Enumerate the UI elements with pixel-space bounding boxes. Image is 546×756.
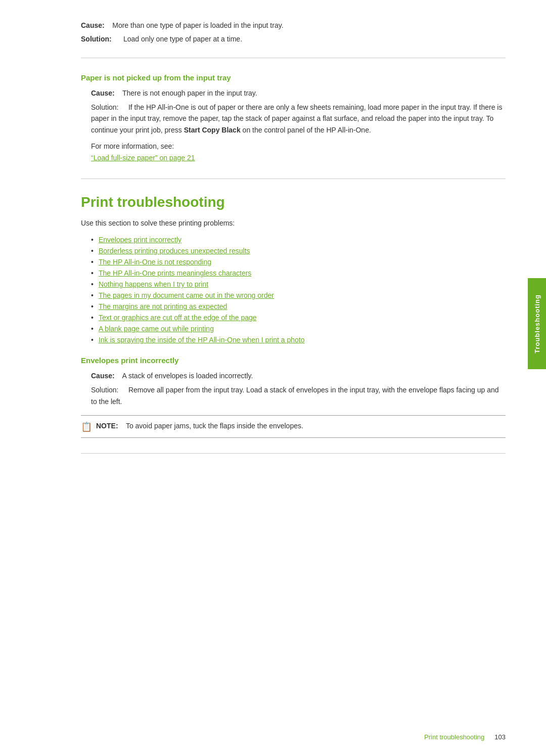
list-item: Borderless printing produces unexpected … bbox=[91, 247, 506, 255]
bullet-link-5[interactable]: The pages in my document came out in the… bbox=[99, 291, 274, 299]
sidebar-tab: Troubleshooting bbox=[528, 278, 546, 369]
footer-page-num: 103 bbox=[494, 733, 506, 741]
note-icon: 📋 bbox=[81, 421, 92, 432]
envelopes-solution-label: Solution: bbox=[91, 386, 118, 394]
list-item: The margins are not printing as expected bbox=[91, 302, 506, 310]
paper-solution-label: Solution: bbox=[91, 103, 118, 111]
envelopes-cause-label: Cause: bbox=[91, 372, 115, 380]
note-box: 📋 NOTE: To avoid paper jams, tuck the fl… bbox=[81, 415, 506, 438]
bullet-link-0[interactable]: Envelopes print incorrectly bbox=[99, 236, 181, 244]
envelopes-solution-text: Remove all paper from the input tray. Lo… bbox=[91, 386, 499, 405]
solution1-text: Load only one type of paper at a time. bbox=[123, 35, 242, 43]
content-area: Cause: More than one type of paper is lo… bbox=[81, 0, 506, 454]
envelopes-section: Envelopes print incorrectly Cause: A sta… bbox=[81, 356, 506, 454]
bullet-link-6[interactable]: The margins are not printing as expected bbox=[99, 302, 227, 310]
solution1-line: Solution: Load only one type of paper at… bbox=[81, 34, 506, 45]
bullet-link-7[interactable]: Text or graphics are cut off at the edge… bbox=[99, 314, 257, 322]
list-item: Ink is spraying the inside of the HP All… bbox=[91, 336, 506, 344]
envelopes-cause-text: A stack of envelopes is loaded incorrect… bbox=[122, 372, 253, 380]
page: Troubleshooting Cause: More than one typ… bbox=[0, 0, 546, 756]
intro-text: Use this section to solve these printing… bbox=[81, 217, 506, 229]
for-more: For more information, see: “Load full-si… bbox=[91, 141, 506, 163]
list-item: Envelopes print incorrectly bbox=[91, 236, 506, 244]
paper-solution-text2: on the control panel of the HP All-in-On… bbox=[243, 126, 371, 134]
list-item: The pages in my document came out in the… bbox=[91, 291, 506, 299]
print-troubleshooting-heading: Print troubleshooting bbox=[81, 194, 506, 210]
paper-section: Paper is not picked up from the input tr… bbox=[81, 73, 506, 179]
note-text-content: NOTE: To avoid paper jams, tuck the flap… bbox=[96, 421, 303, 431]
top-section: Cause: More than one type of paper is lo… bbox=[81, 20, 506, 58]
bullet-list: Envelopes print incorrectly Borderless p… bbox=[91, 236, 506, 344]
paper-cause-line: Cause: There is not enough paper in the … bbox=[91, 88, 506, 99]
list-item: The HP All-in-One prints meaningless cha… bbox=[91, 269, 506, 277]
envelopes-solution: Solution: Remove all paper from the inpu… bbox=[91, 384, 506, 407]
bullet-link-2[interactable]: The HP All-in-One is not responding bbox=[99, 258, 211, 266]
footer: Print troubleshooting 103 bbox=[424, 733, 506, 741]
list-item: The HP All-in-One is not responding bbox=[91, 258, 506, 266]
paper-cause-text: There is not enough paper in the input t… bbox=[122, 89, 257, 97]
bullet-link-3[interactable]: The HP All-in-One prints meaningless cha… bbox=[99, 269, 251, 277]
paper-solution: Solution: If the HP All-in-One is out of… bbox=[91, 102, 506, 136]
paper-cause-label: Cause: bbox=[91, 89, 115, 97]
cause1-label: Cause: bbox=[81, 21, 105, 29]
bullet-link-9[interactable]: Ink is spraying the inside of the HP All… bbox=[99, 336, 305, 344]
envelopes-heading: Envelopes print incorrectly bbox=[81, 356, 506, 365]
cause1-line: Cause: More than one type of paper is lo… bbox=[81, 20, 506, 31]
load-full-size-link[interactable]: “Load full-size paper” on page 21 bbox=[91, 154, 195, 162]
bullet-link-1[interactable]: Borderless printing produces unexpected … bbox=[99, 247, 250, 255]
note-label: NOTE: bbox=[96, 422, 118, 430]
cause1-text: More than one type of paper is loaded in… bbox=[112, 21, 283, 29]
envelopes-cause-line: Cause: A stack of envelopes is loaded in… bbox=[91, 371, 506, 381]
note-body: To avoid paper jams, tuck the flaps insi… bbox=[126, 422, 303, 430]
solution1-label: Solution: bbox=[81, 35, 112, 43]
sidebar-tab-label: Troubleshooting bbox=[533, 294, 541, 353]
print-troubleshooting-section: Print troubleshooting Use this section t… bbox=[81, 194, 506, 344]
list-item: Text or graphics are cut off at the edge… bbox=[91, 314, 506, 322]
list-item: Nothing happens when I try to print bbox=[91, 280, 506, 288]
paper-solution-bold: Start Copy Black bbox=[184, 126, 241, 134]
bullet-link-8[interactable]: A blank page came out while printing bbox=[99, 325, 214, 333]
list-item: A blank page came out while printing bbox=[91, 325, 506, 333]
paper-heading: Paper is not picked up from the input tr… bbox=[81, 73, 506, 82]
footer-section-label: Print troubleshooting bbox=[424, 733, 484, 741]
for-more-text: For more information, see: bbox=[91, 141, 506, 152]
bullet-link-4[interactable]: Nothing happens when I try to print bbox=[99, 280, 208, 288]
